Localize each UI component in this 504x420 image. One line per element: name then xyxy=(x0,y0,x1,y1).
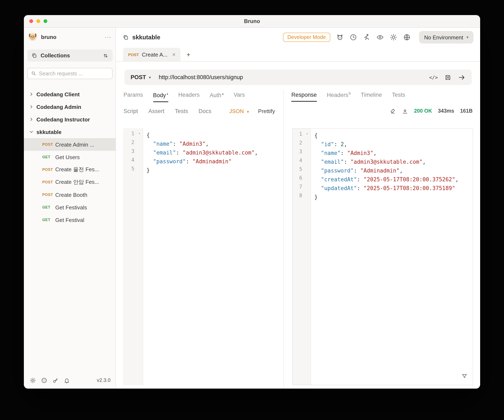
minimize-window-button[interactable] xyxy=(36,19,40,23)
main-area: skkutable Developer Mode xyxy=(116,28,480,389)
language-mode-selector[interactable]: JSON ▾ xyxy=(229,108,249,114)
modified-dot: • xyxy=(167,91,168,96)
clear-response-icon[interactable] xyxy=(390,108,396,114)
filter-response-icon[interactable] xyxy=(461,373,468,379)
search-input[interactable] xyxy=(39,71,106,76)
key-icon[interactable] xyxy=(52,377,59,383)
runner-icon[interactable] xyxy=(363,34,371,41)
developer-mode-badge[interactable]: Developer Mode xyxy=(283,33,330,42)
environment-selector[interactable]: No Environment ▾ xyxy=(419,31,474,43)
url-bar-actions: </> xyxy=(429,73,466,81)
tab-auth[interactable]: Auth• xyxy=(210,91,224,102)
tab-script[interactable]: Script xyxy=(124,108,138,114)
code-line[interactable]: "updatedAt": "2025-05-17T08:20:00.375189… xyxy=(314,184,473,193)
send-request-icon[interactable] xyxy=(458,73,466,81)
code-line[interactable]: { xyxy=(314,131,473,140)
method-badge: POST xyxy=(42,142,55,146)
account-menu-icon[interactable]: ··· xyxy=(105,34,111,40)
request-body-editor[interactable]: 1▾2345 { "name": "Admin3", "email": "adm… xyxy=(123,128,275,385)
chevron-right-icon xyxy=(29,92,35,97)
line-number: 3 xyxy=(123,148,143,157)
request-code-area[interactable]: { "name": "Admin3", "email": "admin3@skk… xyxy=(143,128,275,385)
new-tab-button[interactable]: + xyxy=(186,51,191,59)
collection-codedang-client[interactable]: Codedang Client xyxy=(24,88,115,101)
response-pane: Response Headers6 Timeline Tests xyxy=(283,91,480,389)
tab-label: Vars xyxy=(234,92,245,98)
code-line[interactable]: } xyxy=(146,166,275,175)
fold-marker-icon[interactable]: ▾ xyxy=(306,132,308,136)
tab-label: Timeline xyxy=(361,92,382,98)
sort-icon[interactable] xyxy=(102,53,108,58)
close-window-button[interactable] xyxy=(29,19,33,23)
response-gutter: 1▾2345678 xyxy=(293,128,311,385)
tab-response-tests[interactable]: Tests xyxy=(392,92,405,102)
request-pane-tabs: Params Body• Headers Auth• Vars xyxy=(116,91,283,103)
status-badge: 200 OK xyxy=(414,108,432,114)
generate-code-icon[interactable]: </> xyxy=(429,74,438,80)
tab-body[interactable]: Body• xyxy=(153,91,168,102)
request-tab-create-admin[interactable]: POST Create A... × xyxy=(123,48,181,61)
url-input[interactable] xyxy=(159,74,425,80)
account-row: bruno ··· xyxy=(28,31,111,43)
save-icon[interactable] xyxy=(444,74,451,81)
code-line[interactable]: "password": "Adminadmin" xyxy=(146,157,275,166)
code-line[interactable]: "email": "admin3@skkutable.com", xyxy=(146,148,275,157)
method-badge: GET xyxy=(42,155,55,159)
code-line[interactable]: "password": "Adminadmin", xyxy=(314,166,473,175)
http-method-selector[interactable]: POST xyxy=(131,74,146,80)
response-body-viewer[interactable]: 1▾2345678 { "id": 2, "name": "Admin3", "… xyxy=(292,128,473,385)
download-response-icon[interactable] xyxy=(402,108,408,114)
tab-params[interactable]: Params xyxy=(124,92,143,102)
response-code-area[interactable]: { "id": 2, "name": "Admin3", "email": "a… xyxy=(311,128,473,385)
sidebar-footer: v2.3.0 xyxy=(30,376,110,384)
tab-label: Params xyxy=(124,92,143,98)
tab-method-badge: POST xyxy=(128,52,139,57)
globe-icon[interactable] xyxy=(403,34,411,41)
request-item-create-booth[interactable]: POST Create Booth xyxy=(24,189,115,201)
tab-label: Headers xyxy=(327,92,348,98)
chevron-right-icon xyxy=(29,117,35,122)
dog-avatar[interactable] xyxy=(28,32,37,42)
request-item-create-yulzeon-fes[interactable]: POST Create 율전 Fes... xyxy=(24,163,115,176)
code-line[interactable]: "name": "Admin3", xyxy=(146,140,275,148)
code-line[interactable]: "createdAt": "2025-05-17T08:20:00.375262… xyxy=(314,175,473,184)
tab-timeline[interactable]: Timeline xyxy=(361,92,382,102)
clock-icon[interactable] xyxy=(350,34,357,41)
environment-label: No Environment xyxy=(424,34,463,40)
collection-label: skkutable xyxy=(36,129,61,135)
tab-docs[interactable]: Docs xyxy=(199,108,212,114)
chevron-down-icon: ▾ xyxy=(247,110,249,114)
request-item-get-festival[interactable]: GET Get Festival xyxy=(24,213,115,226)
close-tab-icon[interactable]: × xyxy=(172,51,176,58)
code-line[interactable]: "email": "admin3@skkutable.com", xyxy=(314,158,473,166)
dog-mascot-icon[interactable] xyxy=(336,34,344,41)
fold-marker-icon[interactable]: ▾ xyxy=(138,132,140,135)
eye-icon[interactable] xyxy=(377,34,384,41)
code-line[interactable]: } xyxy=(314,193,473,201)
gear-icon[interactable] xyxy=(390,34,397,41)
collection-codedang-instructor[interactable]: Codedang Instructor xyxy=(24,113,115,126)
line-number: 3 xyxy=(293,149,311,158)
request-item-get-festivals[interactable]: GET Get Festivals xyxy=(24,201,115,213)
request-item-create-anam-fes[interactable]: POST Create 안암 Fes... xyxy=(24,176,115,189)
collection-skkutable[interactable]: skkutable xyxy=(24,126,115,138)
code-line[interactable]: "id": 2, xyxy=(314,140,473,149)
request-item-create-admin[interactable]: POST Create Admin ... xyxy=(24,138,115,151)
prettify-button[interactable]: Prettify xyxy=(258,108,275,114)
tab-vars[interactable]: Vars xyxy=(234,92,245,102)
settings-gear-icon[interactable] xyxy=(30,377,36,383)
code-line[interactable]: "name": "Admin3", xyxy=(314,149,473,158)
tab-tests[interactable]: Tests xyxy=(175,108,188,114)
bell-icon[interactable] xyxy=(64,377,70,383)
tab-response-headers[interactable]: Headers6 xyxy=(327,91,351,102)
request-item-get-users[interactable]: GET Get Users xyxy=(24,151,115,163)
cookie-icon[interactable] xyxy=(41,377,47,383)
collection-codedang-admin[interactable]: Codedang Admin xyxy=(24,101,115,113)
collection-copy-icon[interactable] xyxy=(123,34,129,40)
collections-button[interactable]: Collections xyxy=(27,49,113,61)
code-line[interactable]: { xyxy=(146,131,275,140)
tab-response[interactable]: Response xyxy=(291,92,317,102)
tab-assert[interactable]: Assert xyxy=(148,108,164,114)
tab-headers[interactable]: Headers xyxy=(178,92,200,102)
zoom-window-button[interactable] xyxy=(43,19,47,23)
